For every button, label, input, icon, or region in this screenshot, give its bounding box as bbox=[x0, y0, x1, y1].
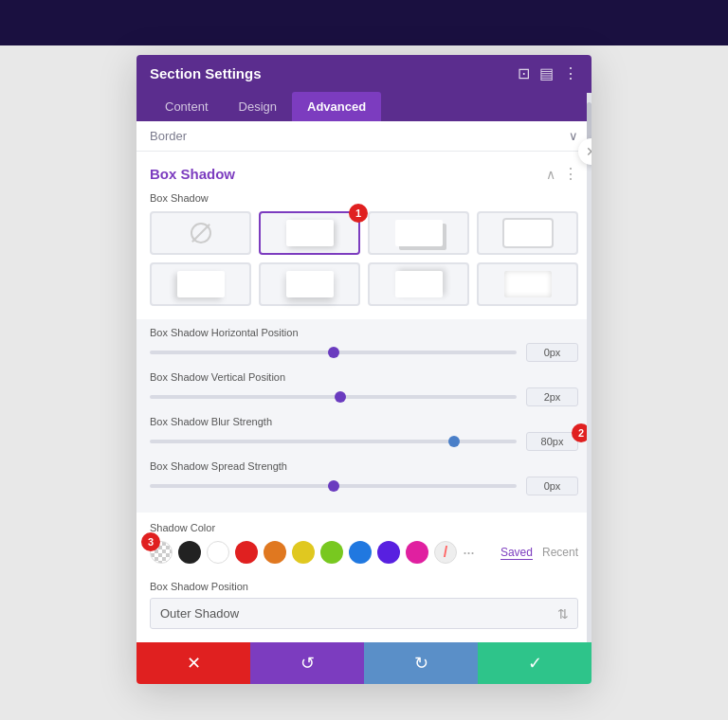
shadow-option-7[interactable] bbox=[477, 262, 578, 306]
section-settings-panel: Section Settings ⊡ ▤ ⋮ Content Design Ad… bbox=[136, 55, 592, 684]
swatch-green[interactable] bbox=[320, 541, 343, 564]
swatch-none[interactable] bbox=[434, 541, 457, 564]
shadow-option-6[interactable] bbox=[368, 262, 469, 306]
shadow-preview-1 bbox=[286, 220, 334, 246]
shadow-style-grid: 1 bbox=[150, 211, 578, 306]
shadow-color-label: Shadow Color bbox=[150, 522, 578, 533]
position-select[interactable]: Outer Shadow Inner Shadow bbox=[150, 598, 578, 629]
spread-strength-track bbox=[150, 484, 517, 488]
vertical-position-value[interactable]: 2px bbox=[526, 387, 578, 406]
dark-header bbox=[0, 0, 728, 45]
undo-button[interactable]: ↺ bbox=[250, 642, 364, 684]
shadow-preview-5 bbox=[286, 271, 334, 297]
shadow-color-section: Shadow Color 3 ··· Saved Recent bbox=[136, 513, 592, 573]
blur-strength-track bbox=[150, 440, 517, 443]
tab-content[interactable]: Content bbox=[150, 92, 224, 121]
vertical-position-label: Box Shadow Vertical Position bbox=[150, 371, 578, 383]
box-shadow-more-icon[interactable]: ⋮ bbox=[563, 165, 578, 183]
horizontal-position-control: 0px bbox=[150, 343, 578, 362]
box-shadow-field-label: Box Shadow bbox=[150, 192, 578, 204]
badge-3: 3 bbox=[141, 532, 160, 551]
shadow-preview-2 bbox=[395, 220, 443, 246]
swatch-orange[interactable] bbox=[264, 541, 286, 564]
tab-advanced[interactable]: Advanced bbox=[292, 92, 381, 121]
horizontal-position-label: Box Shadow Horizontal Position bbox=[150, 327, 578, 338]
vertical-position-thumb[interactable] bbox=[335, 391, 346, 403]
spread-strength-value[interactable]: 0px bbox=[526, 477, 578, 495]
spread-strength-row: Box Shadow Spread Strength 0px bbox=[150, 460, 578, 495]
box-shadow-title: Box Shadow bbox=[150, 166, 235, 182]
box-shadow-position-section: Box Shadow Position Outer Shadow Inner S… bbox=[136, 573, 592, 642]
swatch-purple[interactable] bbox=[377, 541, 400, 564]
shadow-option-2[interactable] bbox=[368, 211, 469, 255]
columns-icon[interactable]: ▤ bbox=[539, 64, 554, 82]
no-shadow-icon bbox=[191, 223, 211, 243]
section-title-row: Box Shadow ∧ ⋮ bbox=[150, 165, 578, 183]
blur-strength-thumb[interactable] bbox=[448, 436, 460, 447]
titlebar-icons: ⊡ ▤ ⋮ bbox=[518, 64, 578, 82]
blur-strength-track-wrap[interactable] bbox=[150, 440, 517, 443]
swatch-red[interactable] bbox=[235, 541, 258, 564]
sliders-area: Box Shadow Horizontal Position 0px Box S… bbox=[136, 319, 592, 513]
swatch-blue[interactable] bbox=[349, 541, 372, 564]
spread-strength-track-wrap[interactable] bbox=[150, 484, 517, 488]
cancel-button[interactable]: ✕ bbox=[136, 642, 250, 684]
shadow-preview-7 bbox=[504, 271, 552, 297]
spread-strength-control: 0px bbox=[150, 477, 578, 495]
swatch-checkered[interactable]: 3 bbox=[150, 541, 173, 564]
color-swatches-row: 3 ··· Saved Recent bbox=[150, 541, 578, 564]
shadow-option-3[interactable] bbox=[477, 211, 578, 255]
shadow-preview-3 bbox=[504, 220, 552, 246]
blur-strength-row: Box Shadow Blur Strength 80px 2 bbox=[150, 416, 578, 451]
shadow-option-none[interactable] bbox=[150, 211, 251, 255]
box-shadow-section: Box Shadow ∧ ⋮ Box Shadow 1 bbox=[136, 152, 592, 306]
swatch-white[interactable] bbox=[207, 541, 229, 564]
panel-title: Section Settings bbox=[150, 65, 262, 81]
vertical-position-track bbox=[150, 395, 517, 399]
more-vert-icon[interactable]: ⋮ bbox=[563, 64, 578, 82]
panel-titlebar: Section Settings ⊡ ▤ ⋮ bbox=[136, 55, 592, 92]
border-chevron-down-icon: ∨ bbox=[569, 129, 578, 143]
section-title-actions: ∧ ⋮ bbox=[546, 165, 578, 183]
horizontal-position-row: Box Shadow Horizontal Position 0px bbox=[150, 327, 578, 362]
blur-strength-value[interactable]: 80px 2 bbox=[526, 432, 578, 451]
shadow-preview-4 bbox=[177, 271, 225, 297]
tabs-bar: Content Design Advanced bbox=[136, 92, 592, 121]
action-bar: ✕ ↺ ↻ ✓ bbox=[136, 642, 592, 684]
shadow-option-5[interactable] bbox=[259, 262, 360, 306]
blur-strength-control: 80px 2 bbox=[150, 432, 578, 451]
more-colors-button[interactable]: ··· bbox=[463, 543, 474, 563]
border-section-header[interactable]: Border ∨ bbox=[136, 121, 592, 152]
badge-1: 1 bbox=[349, 204, 368, 223]
shadow-option-1[interactable]: 1 bbox=[259, 211, 360, 255]
maximize-icon[interactable]: ⊡ bbox=[518, 64, 530, 82]
vertical-position-track-wrap[interactable] bbox=[150, 395, 517, 399]
shadow-preview-6 bbox=[395, 271, 443, 297]
position-select-wrap: Outer Shadow Inner Shadow ⇅ bbox=[150, 598, 578, 629]
swatch-pink[interactable] bbox=[406, 541, 428, 564]
border-section-label: Border bbox=[150, 129, 187, 143]
blur-strength-label: Box Shadow Blur Strength bbox=[150, 416, 578, 427]
scrollbar[interactable] bbox=[587, 93, 592, 642]
swatch-yellow[interactable] bbox=[292, 541, 315, 564]
saved-tab[interactable]: Saved bbox=[500, 546, 533, 560]
blur-strength-value-text: 80px bbox=[541, 436, 564, 447]
spread-strength-label: Box Shadow Spread Strength bbox=[150, 460, 578, 472]
saved-recent-tabs: Saved Recent bbox=[500, 546, 578, 560]
box-shadow-chevron-up-icon[interactable]: ∧ bbox=[546, 167, 555, 182]
shadow-option-4[interactable] bbox=[150, 262, 251, 306]
horizontal-position-track-wrap[interactable] bbox=[150, 351, 517, 354]
horizontal-position-value[interactable]: 0px bbox=[526, 343, 578, 362]
spread-strength-thumb[interactable] bbox=[328, 480, 339, 492]
vertical-position-row: Box Shadow Vertical Position 2px bbox=[150, 371, 578, 406]
redo-button[interactable]: ↻ bbox=[364, 642, 478, 684]
horizontal-position-track bbox=[150, 351, 517, 354]
position-label: Box Shadow Position bbox=[150, 581, 578, 592]
tab-design[interactable]: Design bbox=[224, 92, 292, 121]
vertical-position-control: 2px bbox=[150, 387, 578, 406]
save-button[interactable]: ✓ bbox=[478, 642, 592, 684]
swatch-black[interactable] bbox=[178, 541, 201, 564]
horizontal-position-thumb[interactable] bbox=[328, 347, 339, 358]
recent-tab[interactable]: Recent bbox=[542, 546, 578, 559]
